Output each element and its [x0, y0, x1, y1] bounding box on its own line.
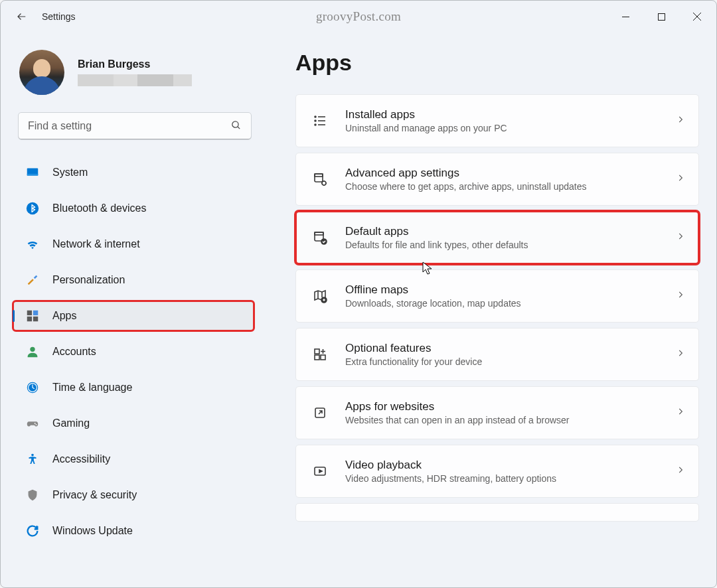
maximize-button[interactable] [646, 6, 677, 27]
card-subtitle: Defaults for file and link types, other … [345, 240, 676, 250]
svg-rect-24 [315, 174, 323, 182]
sidebar-item-label: System [52, 167, 88, 179]
video-icon [311, 462, 329, 480]
sidebar-item-label: Time & language [52, 382, 132, 394]
system-icon [25, 165, 40, 181]
nav: System Bluetooth & devices Network & int… [7, 155, 260, 549]
sidebar-item-network[interactable]: Network & internet [13, 229, 254, 259]
sidebar-item-time[interactable]: Time & language [13, 372, 254, 403]
svg-rect-10 [33, 311, 38, 315]
chevron-right-icon [676, 348, 685, 360]
shield-icon [25, 487, 40, 503]
search-input[interactable] [28, 120, 230, 132]
sidebar-item-label: Privacy & security [52, 489, 137, 501]
watermark: groovyPost.com [316, 9, 401, 24]
sidebar-item-system[interactable]: System [13, 157, 254, 188]
card-text: Default apps Defaults for file and link … [345, 225, 676, 250]
chevron-right-icon [676, 115, 685, 127]
svg-rect-33 [315, 355, 319, 360]
sidebar-item-gaming[interactable]: Gaming [13, 408, 254, 439]
sidebar-item-update[interactable]: Windows Update [13, 516, 254, 546]
chevron-right-icon [676, 407, 685, 419]
back-button[interactable] [15, 10, 29, 23]
card-peek[interactable] [295, 503, 699, 522]
card-text: Installed apps Uninstall and manage apps… [345, 108, 676, 133]
card-text: Optional features Extra functionality fo… [345, 342, 676, 367]
svg-point-17 [31, 454, 34, 457]
external-link-icon [311, 404, 329, 422]
main-panel: Apps Installed apps Uninstall and manage… [266, 33, 716, 587]
card-advanced-app-settings[interactable]: Advanced app settings Choose where to ge… [295, 153, 699, 206]
card-subtitle: Choose where to get apps, archive apps, … [345, 181, 676, 192]
svg-point-20 [315, 120, 316, 121]
app-check-icon [311, 228, 329, 247]
card-video-playback[interactable]: Video playback Video adjustments, HDR st… [295, 445, 699, 498]
svg-rect-1 [658, 13, 665, 20]
sidebar: Brian Burgess System [1, 33, 266, 587]
sidebar-item-label: Apps [52, 310, 76, 322]
sidebar-item-accounts[interactable]: Accounts [13, 336, 254, 367]
card-subtitle: Websites that can open in an app instead… [345, 415, 676, 425]
svg-rect-25 [315, 174, 323, 177]
apps-icon [25, 308, 40, 324]
sidebar-item-bluetooth[interactable]: Bluetooth & devices [13, 193, 254, 224]
profile-info: Brian Burgess [78, 58, 192, 86]
wifi-icon [25, 236, 40, 252]
bluetooth-icon [25, 200, 40, 216]
card-title: Default apps [345, 225, 676, 238]
card-installed-apps[interactable]: Installed apps Uninstall and manage apps… [295, 94, 699, 147]
window-title: Settings [42, 11, 76, 22]
sidebar-item-label: Personalization [52, 274, 125, 286]
svg-rect-12 [33, 317, 38, 321]
sidebar-item-label: Accessibility [52, 453, 110, 465]
chevron-right-icon [676, 232, 685, 244]
clock-globe-icon [25, 380, 40, 396]
map-download-icon [311, 287, 329, 305]
accessibility-icon [25, 451, 40, 467]
app-gear-icon [311, 170, 329, 188]
sidebar-item-label: Windows Update [52, 525, 133, 537]
svg-point-26 [322, 181, 326, 185]
person-icon [25, 344, 40, 360]
sidebar-item-accessibility[interactable]: Accessibility [13, 444, 254, 475]
card-text: Offline maps Downloads, storage location… [345, 283, 676, 309]
body: Brian Burgess System [1, 33, 716, 587]
card-subtitle: Video adjustments, HDR streaming, batter… [345, 473, 676, 484]
window-controls [610, 6, 712, 27]
svg-rect-32 [321, 355, 325, 360]
profile-block[interactable]: Brian Burgess [7, 44, 260, 100]
sidebar-item-apps[interactable]: Apps [13, 301, 254, 331]
svg-point-13 [30, 347, 35, 352]
minimize-button[interactable] [610, 6, 641, 27]
sidebar-item-personalization[interactable]: Personalization [13, 265, 254, 295]
card-title: Offline maps [345, 283, 676, 297]
card-optional-features[interactable]: Optional features Extra functionality fo… [295, 328, 699, 381]
page-title: Apps [295, 50, 699, 76]
card-offline-maps[interactable]: Offline maps Downloads, storage location… [295, 269, 699, 323]
svg-rect-28 [315, 232, 323, 235]
avatar [19, 50, 64, 95]
svg-rect-9 [27, 311, 32, 315]
svg-point-22 [315, 124, 316, 125]
search-box[interactable] [18, 112, 252, 140]
card-default-apps[interactable]: Default apps Defaults for file and link … [295, 211, 699, 264]
card-subtitle: Extra functionality for your device [345, 356, 676, 367]
close-button[interactable] [682, 6, 712, 27]
profile-email-redacted [78, 74, 192, 86]
chevron-right-icon [676, 465, 685, 477]
sidebar-item-label: Bluetooth & devices [52, 202, 146, 214]
chevron-right-icon [676, 290, 685, 302]
profile-name: Brian Burgess [78, 58, 192, 70]
card-title: Advanced app settings [345, 167, 676, 180]
sidebar-item-privacy[interactable]: Privacy & security [13, 480, 254, 510]
svg-point-4 [232, 121, 238, 127]
card-apps-for-websites[interactable]: Apps for websites Websites that can open… [295, 386, 699, 439]
sidebar-item-label: Accounts [52, 346, 96, 358]
card-text: Apps for websites Websites that can open… [345, 400, 676, 425]
card-text: Video playback Video adjustments, HDR st… [345, 459, 676, 484]
titlebar: Settings groovyPost.com [1, 1, 716, 33]
card-title: Video playback [345, 459, 676, 472]
chevron-right-icon [676, 173, 685, 185]
svg-rect-31 [315, 349, 319, 354]
card-subtitle: Uninstall and manage apps on your PC [345, 123, 676, 133]
